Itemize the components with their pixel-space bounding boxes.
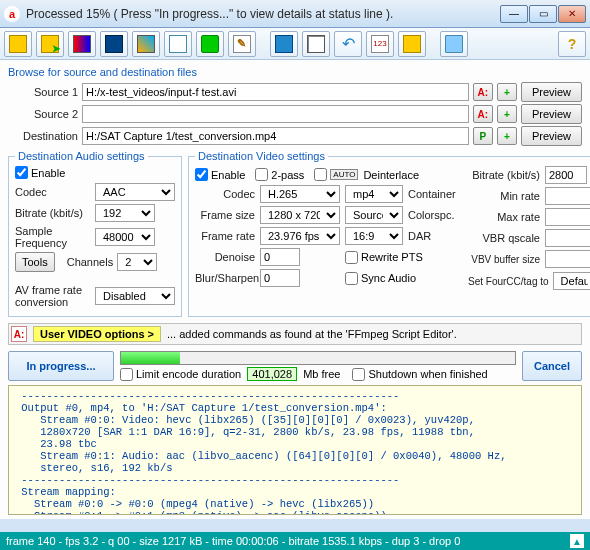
toolbar: ➤ ✎ ↶ 123 ? [0,28,590,60]
toolbar-undo-icon[interactable]: ↶ [334,31,362,57]
video-enable-checkbox[interactable] [195,168,208,181]
video-maxrate-label: Max rate [468,211,540,223]
source2-label: Source 2 [8,108,78,120]
source1-label: Source 1 [8,86,78,98]
toolbar-folder-icon[interactable]: ➤ [36,31,64,57]
progress-fill [121,352,180,364]
toolbar-monitor-icon[interactable] [440,31,468,57]
audio-sf-select[interactable]: 48000 [95,228,155,246]
video-fourcc-select[interactable]: Default [553,272,590,290]
source1-add-button[interactable]: + [497,83,517,101]
video-maxrate-input[interactable] [545,208,590,226]
maximize-button[interactable]: ▭ [529,5,557,23]
video-vbr-input[interactable] [545,229,590,247]
video-vbv-input[interactable] [545,250,590,268]
dest-p-button[interactable]: P [473,127,493,145]
video-auto-checkbox[interactable] [314,168,327,181]
video-colorspc-select[interactable]: Source [345,206,403,224]
video-minrate-label: Min rate [468,190,540,202]
toolbar-help-icon[interactable]: ? [558,31,586,57]
in-progress-button[interactable]: In progress... [8,351,114,381]
video-vbr-label: VBR qscale [468,232,540,244]
log-output[interactable]: ----------------------------------------… [8,385,582,515]
audio-codec-select[interactable]: AAC [95,183,175,201]
video-bitrate-label: Bitrate (kbit/s) [468,169,540,181]
video-denoise-input[interactable] [260,248,300,266]
video-denoise-label: Denoise [195,251,255,263]
source2-input[interactable] [82,105,469,123]
audio-codec-label: Codec [15,186,90,198]
audio-channels-label: Channels [67,256,113,268]
user-a-button[interactable]: A: [11,326,27,342]
source2-add-button[interactable]: + [497,105,517,123]
audio-enable-checkbox[interactable] [15,166,28,179]
video-rewrite-checkbox[interactable] [345,251,358,264]
toolbar-num-icon[interactable]: 123 [366,31,394,57]
minimize-button[interactable]: — [500,5,528,23]
source1-a-button[interactable]: A: [473,83,493,101]
user-options-bar: A: User VIDEO options > ... added comman… [8,323,582,345]
user-video-options-button[interactable]: User VIDEO options > [33,326,161,342]
video-2pass-checkbox[interactable] [255,168,268,181]
toolbar-doc-icon[interactable] [164,31,192,57]
video-minrate-input[interactable] [545,187,590,205]
status-bar: frame 140 - fps 3.2 - q 00 - size 1217 k… [0,532,590,550]
video-codec-select[interactable]: H.265 [260,185,340,203]
cancel-button[interactable]: Cancel [522,351,582,381]
audio-sf-label: Sample Frequency [15,225,90,249]
video-framerate-label: Frame rate [195,230,255,242]
dest-label: Destination [8,130,78,142]
status-up-button[interactable]: ▲ [570,534,584,548]
toolbar-film-icon[interactable] [68,31,96,57]
audio-legend: Destination Audio settings [15,150,148,162]
video-container-label: Container [408,188,458,200]
video-blur-input[interactable] [260,269,300,287]
source1-preview-button[interactable]: Preview [521,82,582,102]
video-dar-label: DAR [408,230,458,242]
toolbar-open-icon[interactable] [4,31,32,57]
audio-settings-group: Destination Audio settings Enable Codec … [8,150,182,317]
toolbar-wave-icon[interactable] [270,31,298,57]
mb-free-label: Mb free [303,368,340,380]
close-button[interactable]: ✕ [558,5,586,23]
video-auto-badge: AUTO [330,169,358,180]
video-blur-label: Blur/Sharpen [195,272,255,284]
app-logo-icon: a [4,6,20,22]
dest-input[interactable] [82,127,469,145]
video-legend: Destination Video settings [195,150,328,162]
audio-tools-button[interactable]: Tools [15,252,55,272]
video-framerate-select[interactable]: 23.976 fps [260,227,340,245]
limit-duration-checkbox[interactable] [120,368,133,381]
progress-bar [120,351,516,365]
audio-bitrate-label: Bitrate (kbit/s) [15,207,90,219]
video-framesize-label: Frame size [195,209,255,221]
toolbar-edit-icon[interactable]: ✎ [228,31,256,57]
video-rewrite-label: Rewrite PTS [361,251,423,263]
video-bitrate-input[interactable] [545,166,587,184]
toolbar-frame-icon[interactable] [398,31,426,57]
video-sync-label: Sync Audio [361,272,416,284]
toolbar-stack-icon[interactable] [302,31,330,57]
audio-bitrate-select[interactable]: 192 [95,204,155,222]
video-framesize-select[interactable]: 1280 x 720 [260,206,340,224]
browse-heading: Browse for source and destination files [8,66,582,78]
dest-preview-button[interactable]: Preview [521,126,582,146]
toolbar-clip-icon[interactable] [100,31,128,57]
dest-add-button[interactable]: + [497,127,517,145]
toolbar-palette-icon[interactable] [132,31,160,57]
video-fourcc-label: Set FourCC/tag to [468,276,549,287]
video-sync-checkbox[interactable] [345,272,358,285]
video-codec-label: Codec [195,188,255,200]
shutdown-checkbox[interactable] [352,368,365,381]
source2-preview-button[interactable]: Preview [521,104,582,124]
video-dar-select[interactable]: 16:9 [345,227,403,245]
video-container-select[interactable]: mp4 [345,185,403,203]
toolbar-green-icon[interactable] [196,31,224,57]
avfr-select[interactable]: Disabled [95,287,175,305]
window-title: Processed 15% ( Press "In progress..." t… [26,7,499,21]
video-vbv-label: VBV buffer size [468,254,540,265]
user-options-text: ... added commands as found at the 'FFmp… [167,328,457,340]
source2-a-button[interactable]: A: [473,105,493,123]
source1-input[interactable] [82,83,469,101]
audio-channels-select[interactable]: 2 [117,253,157,271]
